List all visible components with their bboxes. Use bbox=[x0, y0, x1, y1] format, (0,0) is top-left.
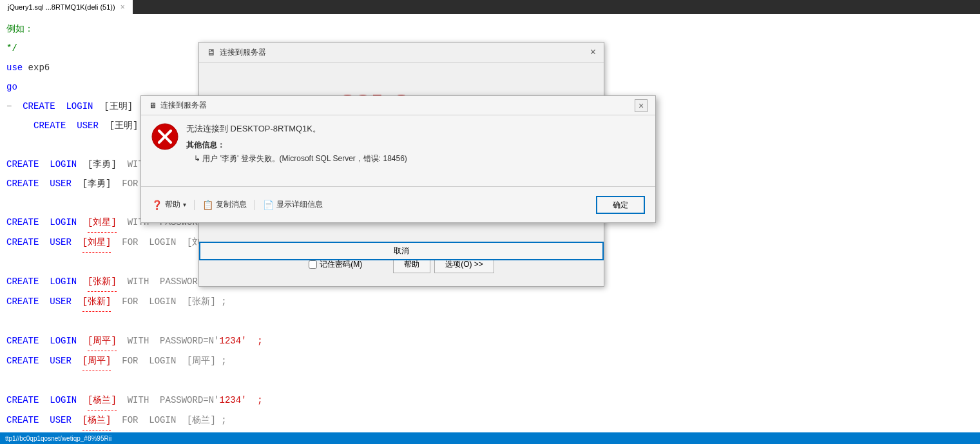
error-main-text: 无法连接到 DESKTOP-8RTMQ1K。 bbox=[186, 123, 645, 135]
tab-bar: jQuery1.sql ...8RTMQ1K(deli (51)) × bbox=[0, 0, 980, 14]
tab-close-icon[interactable]: × bbox=[120, 3, 125, 12]
divider bbox=[194, 200, 195, 210]
help-dropdown-icon: ▾ bbox=[183, 201, 186, 208]
error-text-area: 无法连接到 DESKTOP-8RTMQ1K。 其他信息： ↳ 用户 '李勇' 登… bbox=[186, 123, 645, 164]
dialog-outer-title-text: 连接到服务器 bbox=[220, 47, 266, 58]
monitor-inner-icon: 🖥 bbox=[149, 101, 157, 110]
dialog-outer-title-left: 🖥 连接到服务器 bbox=[207, 47, 266, 58]
detail-label: 显示详细信息 bbox=[276, 199, 323, 210]
dialog-outer-close-button[interactable]: × bbox=[590, 46, 596, 58]
dialog-outer-title-bar: 🖥 连接到服务器 × bbox=[199, 43, 604, 63]
help-inner-link[interactable]: ❓ 帮助 ▾ bbox=[151, 199, 186, 210]
code-line-1: 例如： bbox=[6, 19, 974, 39]
help-icon: ❓ bbox=[151, 200, 162, 210]
error-detail-text: ↳ 用户 '李勇' 登录失败。(Microsoft SQL Server，错误:… bbox=[194, 153, 645, 164]
remember-password-label: 记住密码(M) bbox=[320, 259, 362, 270]
code-line-20: CREATE LOGIN [杨兰] WITH PASSWORD=N'1234' … bbox=[6, 391, 974, 410]
code-line-18: CREATE USER [周平] FOR LOGIN [周平] ; bbox=[6, 351, 974, 371]
copy-icon: 📋 bbox=[202, 200, 213, 210]
code-line-19 bbox=[6, 371, 974, 391]
active-tab[interactable]: jQuery1.sql ...8RTMQ1K(deli (51)) × bbox=[0, 0, 133, 14]
detail-icon: 📄 bbox=[263, 200, 274, 210]
show-detail-link[interactable]: 📄 显示详细信息 bbox=[263, 199, 323, 210]
code-line-17: CREATE LOGIN [周平] WITH PASSWORD=N'1234' … bbox=[6, 331, 974, 351]
help-inner-label: 帮助 bbox=[165, 199, 180, 210]
tab-label: jQuery1.sql ...8RTMQ1K(deli (51)) bbox=[8, 3, 115, 11]
copy-message-link[interactable]: 📋 复制消息 bbox=[202, 199, 247, 210]
code-line-21: CREATE USER [杨兰] FOR LOGIN [杨兰] ; bbox=[6, 410, 974, 430]
dialog-inner-close-button[interactable]: × bbox=[635, 99, 648, 112]
copy-label: 复制消息 bbox=[216, 199, 247, 210]
divider2 bbox=[255, 200, 255, 210]
monitor-icon: 🖥 bbox=[207, 47, 216, 57]
error-icon bbox=[151, 123, 178, 153]
dialog-inner-title-bar: 🖥 连接到服务器 × bbox=[141, 96, 655, 115]
error-other-info-label: 其他信息： bbox=[186, 140, 645, 151]
code-line-15: CREATE USER [张新] FOR LOGIN [张新] ; bbox=[6, 292, 974, 312]
dialog-outer-footer: 记住密码(M) 连接(C) 取消 帮助 选项(O) >> bbox=[199, 256, 604, 273]
code-line-16 bbox=[6, 312, 974, 331]
dialog-outer-buttons: 连接(C) 取消 帮助 选项(O) >> bbox=[393, 256, 494, 273]
ok-button[interactable]: 确定 bbox=[596, 196, 645, 214]
remember-password-checkbox[interactable] bbox=[309, 260, 317, 269]
status-bar-text: ttp1//bc0qp1qosnet/wetiqp_#8%95Rii bbox=[5, 435, 111, 442]
dialog-inner-body: 无法连接到 DESKTOP-8RTMQ1K。 其他信息： ↳ 用户 '李勇' 登… bbox=[141, 115, 655, 172]
footer-links: ❓ 帮助 ▾ 📋 复制消息 📄 显示详细信息 bbox=[151, 199, 323, 210]
dialog-inner: 🖥 连接到服务器 × 无法连接到 DESKTOP-8RTMQ1K。 其他信息： … bbox=[140, 95, 656, 223]
dialog-inner-title-text: 连接到服务器 bbox=[160, 100, 207, 111]
status-bar: ttp1//bc0qp1qosnet/wetiqp_#8%95Rii bbox=[0, 432, 980, 444]
cancel-button[interactable]: 取消 bbox=[199, 242, 604, 260]
dialog-inner-footer: ❓ 帮助 ▾ 📋 复制消息 📄 显示详细信息 确定 bbox=[141, 186, 655, 222]
dialog-inner-title-left: 🖥 连接到服务器 bbox=[149, 100, 207, 111]
